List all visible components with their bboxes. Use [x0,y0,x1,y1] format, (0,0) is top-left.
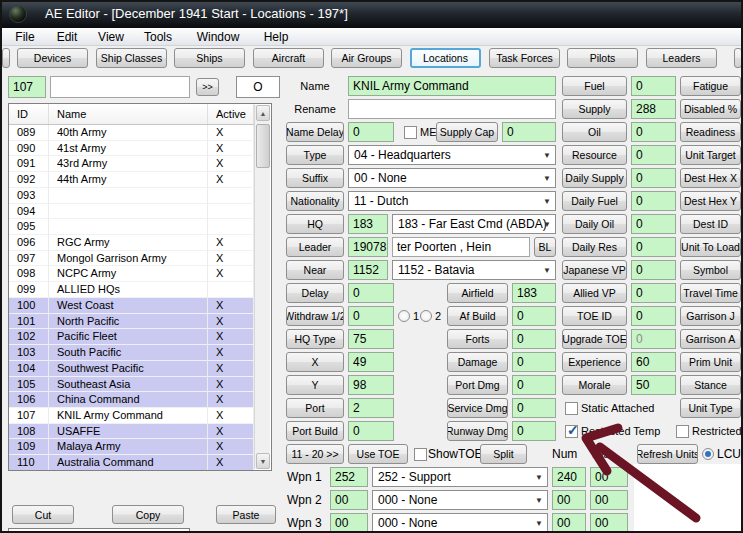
experience-button[interactable]: Experience [562,352,627,372]
resource-button[interactable]: Resource [562,145,627,165]
table-row[interactable]: 109Malaya ArmyX [9,439,254,455]
tab-ships[interactable]: Ships [174,48,245,68]
table-row[interactable]: 09041st ArmyX [9,141,254,157]
leader-button[interactable]: Leader [286,237,344,257]
table-row[interactable]: 09143rd ArmyX [9,156,254,172]
disabled-pct-button[interactable]: Disabled % [680,99,741,119]
tab-ship-classes[interactable]: Ship Classes [96,48,167,68]
table-row[interactable]: 097Mongol Garrison ArmyX [9,251,254,267]
af-build-value[interactable]: 0 [512,306,556,326]
wpn2-dis-value[interactable]: 00 [590,490,628,510]
table-row[interactable]: 08940th ArmyX [9,125,254,141]
suffix-button[interactable]: Suffix [286,168,344,188]
y-button[interactable]: Y [286,375,344,395]
port-build-value[interactable]: 0 [348,421,394,441]
wpn1-id-value[interactable]: 252 [330,467,368,487]
delay-button[interactable]: Delay [286,283,344,303]
port-dmg-value[interactable]: 0 [512,375,556,395]
supply-button[interactable]: Supply [562,99,627,119]
withdraw-button[interactable]: Withdraw 1/2 [286,306,344,326]
record-id-field[interactable]: 107 [8,76,46,98]
wpn3-num-value[interactable]: 00 [552,513,586,533]
title-bar[interactable]: AE Editor - [December 1941 Start - Locat… [0,0,743,28]
wpn3-dis-value[interactable]: 00 [590,513,628,533]
upgrade-toe-button[interactable]: Upgrade TOE [562,329,627,349]
split-button[interactable]: Split [480,444,527,464]
morale-value[interactable]: 50 [631,375,676,395]
tab-aircraft[interactable]: Aircraft [253,48,324,68]
allied-vp-button[interactable]: Allied VP [562,283,627,303]
service-dmg-value[interactable]: 0 [512,398,556,418]
table-row[interactable]: 098NCPC ArmyX [9,266,254,282]
table-row[interactable]: 105Southeast AsiaX [9,377,254,393]
leader-id-value[interactable]: 19078 [348,237,388,257]
table-row[interactable]: 094 [9,204,254,220]
name-delay-button[interactable]: Name Delay [286,122,344,142]
tab-leaders[interactable]: Leaders [646,48,717,68]
port-build-button[interactable]: Port Build [286,421,344,441]
supply-cap-button[interactable]: Supply Cap [436,122,498,142]
stance-button[interactable]: Stance [680,375,741,395]
withdraw-radio-1[interactable] [398,310,410,322]
dest-id-button[interactable]: Dest ID [680,214,741,234]
oil-value[interactable]: 0 [631,122,676,142]
nationality-select[interactable]: 11 - Dutch▼ [348,191,556,211]
wpn2-num-value[interactable]: 00 [552,490,586,510]
table-row[interactable]: 108USAFFEX [9,424,254,440]
range-11-20-button[interactable]: 11 - 20 >> [286,444,344,464]
toe-id-value[interactable]: 0 [631,306,676,326]
damage-value[interactable]: 0 [512,352,556,372]
af-build-button[interactable]: Af Build [447,306,508,326]
toe-id-button[interactable]: TOE ID [562,306,627,326]
column-header-id[interactable]: ID [9,104,49,124]
garrison-a-button[interactable]: Garrison A [680,329,741,349]
suffix-select[interactable]: 00 - None▼ [348,168,556,188]
table-row[interactable]: 106China CommandX [9,392,254,408]
daily-fuel-button[interactable]: Daily Fuel [562,191,627,211]
japanese-vp-button[interactable]: Japanese VP [562,260,627,280]
wpn3-id-value[interactable]: 00 [330,513,368,533]
airfield-button[interactable]: Airfield [447,283,508,303]
list-scrollbar[interactable]: ▲ ▼ [254,105,270,469]
hq-id-value[interactable]: 183 [348,214,388,234]
copy-button[interactable]: Copy [112,505,184,524]
table-row[interactable]: 096RGC ArmyX [9,235,254,251]
tab-partial-right[interactable] [734,48,742,68]
static-attached-checkbox[interactable] [565,402,578,415]
experience-value[interactable]: 60 [631,352,676,372]
type-select[interactable]: 04 - Headquarters▼ [348,145,556,165]
use-toe-button[interactable]: Use TOE [348,444,408,464]
damage-button[interactable]: Damage [447,352,508,372]
allied-vp-value[interactable]: 0 [631,283,676,303]
near-id-value[interactable]: 1152 [348,260,388,280]
travel-time-button[interactable]: Travel Time [680,283,741,303]
upgrade-toe-value[interactable]: 0 [631,329,676,349]
paste-button[interactable]: Paste [216,505,276,524]
column-header-name[interactable]: Name [49,104,208,124]
withdraw-value[interactable]: 0 [348,306,394,326]
x-value[interactable]: 49 [348,352,394,372]
delay-value[interactable]: 0 [348,283,394,303]
search-input[interactable] [50,76,190,98]
service-dmg-button[interactable]: Service Dmg [447,398,508,418]
wpn2-id-value[interactable]: 00 [330,490,368,510]
table-row[interactable]: 099ALLIED HQs [9,282,254,298]
x-button[interactable]: X [286,352,344,372]
tab-pilots[interactable]: Pilots [567,48,638,68]
daily-supply-button[interactable]: Daily Supply [562,168,627,188]
tab-devices[interactable]: Devices [17,48,88,68]
go-button[interactable]: >> [196,78,219,96]
daily-oil-button[interactable]: Daily Oil [562,214,627,234]
wpn1-dis-value[interactable]: 00 [590,467,628,487]
table-row[interactable]: 104Southwest PacificX [9,361,254,377]
wpn2-select[interactable]: 000 - None▼ [372,490,548,510]
japanese-vp-value[interactable]: 0 [631,260,676,280]
hq-type-value[interactable]: 75 [348,329,394,349]
refresh-units-button[interactable]: Refresh Units [637,444,698,464]
name-field[interactable]: KNIL Army Command [348,76,556,96]
menu-tools[interactable]: Tools [138,29,178,45]
unit-to-load-button[interactable]: Unit To Load [680,237,741,257]
forts-button[interactable]: Forts [447,329,508,349]
hq-select[interactable]: 183 - Far East Cmd (ABDA)▼ [392,214,556,234]
table-row[interactable]: 101North PacificX [9,314,254,330]
